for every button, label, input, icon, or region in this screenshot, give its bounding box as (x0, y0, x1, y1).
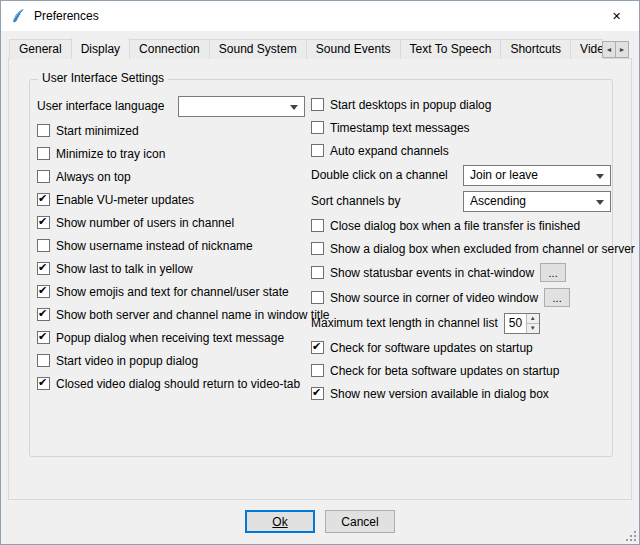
tab-scroll-left-icon[interactable]: ◄ (602, 41, 616, 58)
statusbar-events-row: Show statusbar events in chat-window ... (311, 260, 611, 285)
checkbox-always-on-top[interactable]: Always on top (37, 165, 305, 188)
checkbox-box[interactable] (311, 144, 324, 157)
chevron-down-icon (596, 200, 604, 205)
checkbox-label: Show emojis and text for channel/user st… (56, 285, 289, 299)
language-combobox[interactable] (178, 96, 305, 117)
checkbox-show-user-count[interactable]: Show number of users in channel (37, 211, 305, 234)
tab-strip: General Display Connection Sound System … (9, 38, 603, 59)
close-button[interactable]: ✕ (594, 1, 639, 31)
cancel-button-label: Cancel (341, 515, 378, 529)
checkbox-desktops-popup[interactable]: Start desktops in popup dialog (311, 93, 611, 116)
checkbox-label: Start minimized (56, 124, 139, 138)
checkbox-minimize-to-tray[interactable]: Minimize to tray icon (37, 142, 305, 165)
tab-scrollers: ◄ ► (603, 41, 631, 58)
checkbox-box[interactable] (37, 147, 50, 160)
sort-channels-value: Ascending (470, 194, 526, 208)
max-text-length-row: Maximum text length in channel list 50 ▲… (311, 310, 611, 336)
sort-channels-label: Sort channels by (311, 194, 400, 208)
video-source-row: Show source in corner of video window ..… (311, 285, 611, 310)
checkbox-auto-expand-channels[interactable]: Auto expand channels (311, 139, 611, 162)
checkbox-timestamp-messages[interactable]: Timestamp text messages (311, 116, 611, 139)
checkbox-label: Check for software updates on startup (330, 341, 533, 355)
checkbox-label: Check for beta software updates on start… (330, 364, 559, 378)
checkbox-label: Start desktops in popup dialog (330, 98, 491, 112)
checkbox-label: Show source in corner of video window (330, 291, 538, 305)
double-click-combobox[interactable]: Join or leave (463, 165, 611, 186)
checkbox-vu-meter[interactable]: Enable VU-meter updates (37, 188, 305, 211)
checkbox-label: Show username instead of nickname (56, 239, 253, 253)
checkbox-box[interactable] (311, 364, 324, 377)
checkbox-box[interactable] (37, 239, 50, 252)
checkbox-check-beta-updates[interactable]: Check for beta software updates on start… (311, 359, 611, 382)
checkbox-emojis-text-state[interactable]: Show emojis and text for channel/user st… (37, 280, 305, 303)
checkbox-label: Show statusbar events in chat-window (330, 266, 534, 280)
checkbox-check-updates[interactable]: Check for software updates on startup (311, 336, 611, 359)
checkbox-box[interactable] (37, 285, 50, 298)
checkbox-label: Always on top (56, 170, 131, 184)
double-click-value: Join or leave (470, 168, 538, 182)
tab-shortcuts[interactable]: Shortcuts (500, 39, 571, 59)
checkbox-box[interactable] (37, 308, 50, 321)
checkbox-close-on-transfer-finished[interactable]: Close dialog box when a file transfer is… (311, 214, 611, 237)
max-text-length-spinner[interactable]: 50 ▲ ▼ (504, 313, 540, 334)
checkbox-box[interactable] (311, 387, 324, 400)
checkbox-box[interactable] (37, 170, 50, 183)
checkbox-label: Minimize to tray icon (56, 147, 165, 161)
checkbox-box[interactable] (311, 121, 324, 134)
sort-channels-combobox[interactable]: Ascending (463, 191, 611, 212)
checkbox-start-minimized[interactable]: Start minimized (37, 119, 305, 142)
resize-grip-icon[interactable] (624, 529, 636, 541)
checkbox-server-channel-in-title[interactable]: Show both server and channel name in win… (37, 303, 305, 326)
checkbox-dialog-when-excluded[interactable]: Show a dialog box when excluded from cha… (311, 237, 611, 260)
title-bar[interactable]: Preferences ✕ (1, 1, 639, 31)
checkbox-box[interactable] (311, 242, 324, 255)
checkbox-box[interactable] (37, 124, 50, 137)
checkbox-label: Show last to talk in yellow (56, 262, 193, 276)
checkbox-username-instead-nickname[interactable]: Show username instead of nickname (37, 234, 305, 257)
language-label: User interface language (37, 99, 164, 113)
checkbox-box[interactable] (311, 219, 324, 232)
tab-sound-system[interactable]: Sound System (209, 39, 307, 59)
checkbox-box[interactable] (37, 377, 50, 390)
checkbox-box[interactable] (311, 266, 324, 279)
tab-connection[interactable]: Connection (129, 39, 210, 59)
double-click-label: Double click on a channel (311, 168, 448, 182)
tab-sound-events[interactable]: Sound Events (306, 39, 401, 59)
spin-down-icon[interactable]: ▼ (527, 324, 539, 333)
ok-button[interactable]: Ok (245, 510, 315, 533)
group-title: User Interface Settings (38, 71, 168, 85)
max-text-length-label: Maximum text length in channel list (311, 316, 498, 330)
checkbox-box[interactable] (37, 193, 50, 206)
checkbox-box[interactable] (37, 262, 50, 275)
checkbox-box[interactable] (311, 291, 324, 304)
spinner-arrows[interactable]: ▲ ▼ (526, 314, 539, 333)
checkbox-box[interactable] (37, 331, 50, 344)
checkbox-box[interactable] (311, 98, 324, 111)
checkbox-label: Show both server and channel name in win… (56, 308, 330, 322)
checkbox-closed-video-return[interactable]: Closed video dialog should return to vid… (37, 372, 305, 395)
spin-up-icon[interactable]: ▲ (527, 314, 539, 324)
tab-general[interactable]: General (9, 39, 72, 59)
tab-scroll-right-icon[interactable]: ► (615, 41, 629, 58)
checkbox-label: Close dialog box when a file transfer is… (330, 219, 580, 233)
video-source-more-button[interactable]: ... (544, 288, 570, 307)
preferences-dialog: Preferences ✕ General Display Connection… (0, 0, 640, 545)
checkbox-last-to-talk-yellow[interactable]: Show last to talk in yellow (37, 257, 305, 280)
checkbox-box[interactable] (37, 354, 50, 367)
chevron-down-icon (596, 174, 604, 179)
checkbox-show-new-version-dialog[interactable]: Show new version available in dialog box (311, 382, 611, 405)
statusbar-events-more-button[interactable]: ... (540, 263, 566, 282)
window-title: Preferences (34, 9, 99, 23)
tab-video[interactable]: Video (570, 39, 603, 59)
checkbox-label: Closed video dialog should return to vid… (56, 377, 300, 391)
app-feather-icon (10, 8, 26, 24)
checkbox-popup-on-text-message[interactable]: Popup dialog when receiving text message (37, 326, 305, 349)
checkbox-box[interactable] (311, 341, 324, 354)
checkbox-video-popup[interactable]: Start video in popup dialog (37, 349, 305, 372)
tab-text-to-speech[interactable]: Text To Speech (400, 39, 502, 59)
checkbox-label: Enable VU-meter updates (56, 193, 194, 207)
tab-display[interactable]: Display (71, 38, 130, 59)
button-row: Ok Cancel (1, 510, 639, 534)
cancel-button[interactable]: Cancel (325, 510, 395, 533)
checkbox-box[interactable] (37, 216, 50, 229)
